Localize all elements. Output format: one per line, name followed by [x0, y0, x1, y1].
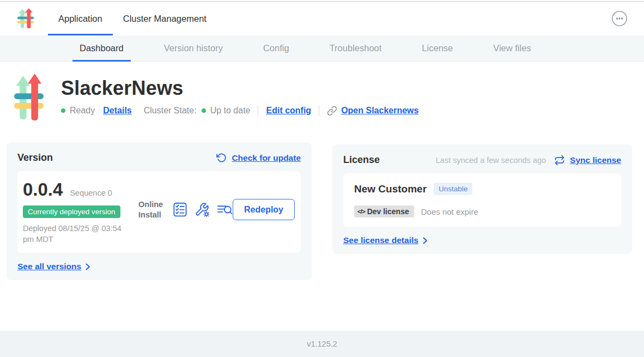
- dashboard-main: SlackerNews Ready Details Cluster State:…: [0, 62, 644, 331]
- page-title: SlackerNews: [61, 78, 418, 99]
- app-header: SlackerNews Ready Details Cluster State:…: [0, 62, 644, 124]
- version-card-title: Version: [17, 152, 53, 164]
- tab-cluster-management[interactable]: Cluster Management: [113, 2, 217, 35]
- subnav-view-files-label: View files: [493, 43, 531, 53]
- more-menu-button[interactable]: [611, 10, 628, 27]
- refresh-icon: [216, 153, 227, 163]
- subnav-version-history-label: Version history: [164, 43, 223, 53]
- subnav-item-view-files[interactable]: View files: [486, 35, 538, 61]
- divider: [319, 105, 319, 116]
- subnav-troubleshoot-label: Troubleshoot: [330, 43, 382, 53]
- admin-console-page: Application Cluster Management Dashboard…: [0, 0, 644, 357]
- preflight-checks-button[interactable]: [173, 202, 187, 217]
- open-app-link[interactable]: Open Slackernews: [341, 106, 418, 116]
- brand-logo-icon: [17, 8, 34, 29]
- subnav-item-version-history[interactable]: Version history: [157, 35, 230, 61]
- license-type-label: Dev license: [367, 207, 409, 216]
- deployed-status-badge: Currently deployed version: [23, 205, 120, 218]
- app-status-dot: [61, 108, 65, 113]
- redeploy-button[interactable]: Redeploy: [233, 199, 295, 220]
- license-card: License Last synced a few seconds ago Sy…: [332, 144, 632, 254]
- license-card-title: License: [343, 154, 380, 166]
- preflight-checks-icon: [173, 202, 187, 217]
- see-all-versions-link[interactable]: See all versions: [17, 262, 81, 271]
- top-nav: Application Cluster Management: [0, 2, 644, 35]
- config-wrench-icon: [195, 202, 209, 217]
- view-logs-icon: [217, 203, 233, 216]
- last-synced-text: Last synced a few seconds ago: [436, 156, 546, 165]
- cluster-state-text: Up to date: [210, 106, 251, 116]
- link-icon: [327, 106, 337, 116]
- app-subnav: Dashboard Version history Config Trouble…: [0, 35, 644, 62]
- subnav-item-license[interactable]: License: [415, 35, 460, 61]
- console-footer: v1.125.2: [0, 331, 644, 357]
- edit-config-link[interactable]: Edit config: [266, 106, 311, 116]
- version-number: 0.0.4: [23, 180, 63, 198]
- channel-badge: Unstable: [434, 183, 472, 195]
- sync-license-link[interactable]: Sync license: [570, 155, 621, 165]
- subnav-dashboard-label: Dashboard: [80, 43, 124, 53]
- view-logs-button[interactable]: [217, 203, 233, 216]
- current-version-panel: 0.0.4 Sequence 0 Currently deployed vers…: [17, 171, 301, 253]
- cluster-state-label: Cluster State:: [144, 106, 197, 116]
- version-sequence: Sequence 0: [70, 189, 112, 197]
- subnav-license-label: License: [422, 43, 453, 53]
- app-status-row: Ready Details Cluster State: Up to date …: [61, 105, 418, 116]
- license-panel: New Customer Unstable </> Dev license Do…: [343, 173, 621, 227]
- subnav-item-config[interactable]: Config: [256, 35, 296, 61]
- license-type-tag: </> Dev license: [354, 205, 414, 217]
- ellipsis-icon: [611, 10, 628, 27]
- chevron-right-icon: [86, 263, 90, 270]
- cluster-state-dot: [202, 108, 206, 113]
- tab-cluster-management-label: Cluster Management: [123, 14, 206, 24]
- code-icon: </>: [357, 208, 365, 215]
- customer-name: New Customer: [354, 183, 427, 195]
- install-type-label: Online Install: [138, 199, 168, 219]
- subnav-item-dashboard[interactable]: Dashboard: [72, 35, 131, 61]
- top-nav-tabs: Application Cluster Management: [48, 2, 217, 35]
- console-version-text: v1.125.2: [307, 340, 337, 348]
- license-expiry-text: Does not expire: [421, 207, 478, 216]
- version-card: Version Check for update 0.0.4 Sequence: [7, 142, 312, 280]
- subnav-config-label: Config: [263, 43, 289, 53]
- app-status-text: Ready: [70, 106, 95, 116]
- edit-config-button[interactable]: [195, 202, 209, 217]
- sync-arrows-icon: [554, 155, 565, 166]
- dashboard-cards: Version Check for update 0.0.4 Sequence: [7, 142, 632, 280]
- tab-application-label: Application: [58, 14, 102, 24]
- details-link[interactable]: Details: [103, 106, 131, 116]
- check-for-update-link[interactable]: Check for update: [232, 153, 301, 163]
- see-license-details-link[interactable]: See license details: [343, 235, 418, 245]
- subnav-item-troubleshoot[interactable]: Troubleshoot: [323, 35, 389, 61]
- divider: [258, 105, 258, 116]
- app-logo-icon: [14, 74, 44, 124]
- chevron-right-icon: [423, 237, 428, 244]
- deployed-timestamp: Deployed 08/15/25 @ 03:54 pm MDT: [23, 223, 132, 245]
- tab-application[interactable]: Application: [48, 2, 113, 35]
